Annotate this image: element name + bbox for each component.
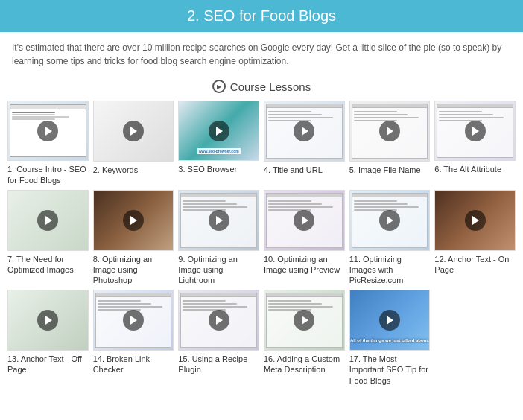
lesson-thumbnail-14 xyxy=(93,290,174,351)
play-button-11[interactable] xyxy=(379,210,400,231)
lesson-thumbnail-5 xyxy=(349,101,431,162)
lesson-thumbnail-3: www.seo-browser.com xyxy=(178,101,259,161)
lesson-item[interactable]: All of the things we just talked about.1… xyxy=(349,290,431,385)
lesson-thumbnail-17: All of the things we just talked about. xyxy=(349,290,431,351)
lesson-thumbnail-10 xyxy=(264,190,345,251)
play-button-10[interactable] xyxy=(294,210,314,231)
play-button-8[interactable] xyxy=(123,210,144,231)
lesson-item[interactable]: 9. Optimizing an Image using Lightroom xyxy=(178,190,259,285)
lesson-label-14: 14. Broken Link Checker xyxy=(93,354,174,375)
lesson-label-17: 17. The Most Important SEO Tip for Food … xyxy=(349,354,431,386)
play-button-1[interactable] xyxy=(37,121,58,141)
course-lessons-icon: ▶ xyxy=(212,80,226,93)
lesson-label-8: 8. Optimizing an Image using Photoshop xyxy=(93,254,174,286)
lesson-label-12: 12. Anchor Text - On Page xyxy=(434,254,516,276)
lessons-grid: 1. Course Intro - SEO for Food Blogs2. K… xyxy=(0,101,523,398)
lesson-item[interactable]: 6. The Alt Attribute xyxy=(434,101,516,185)
lesson-thumbnail-2 xyxy=(93,101,174,162)
lesson-thumbnail-15 xyxy=(178,290,259,350)
play-button-3[interactable] xyxy=(209,121,229,141)
page-title: 2. SEO for Food Blogs xyxy=(0,0,523,32)
lesson-label-5: 5. Image File Name xyxy=(349,165,421,175)
lesson-thumbnail-8 xyxy=(93,190,174,251)
play-button-13[interactable] xyxy=(37,310,58,331)
lesson-label-2: 2. Keywords xyxy=(93,165,139,175)
lesson-item[interactable]: 1. Course Intro - SEO for Food Blogs xyxy=(7,101,89,185)
play-button-14[interactable] xyxy=(123,310,144,331)
lesson-thumbnail-11 xyxy=(349,190,431,251)
play-button-2[interactable] xyxy=(123,121,144,141)
play-button-6[interactable] xyxy=(465,121,486,141)
lesson-label-6: 6. The Alt Attribute xyxy=(434,164,501,174)
lesson-thumbnail-1 xyxy=(7,101,89,161)
lesson-item[interactable]: 12. Anchor Text - On Page xyxy=(434,190,516,285)
lesson-item[interactable]: 2. Keywords xyxy=(93,101,174,185)
lesson-label-3: 3. SEO Browser xyxy=(178,164,237,174)
lesson-thumbnail-9 xyxy=(178,190,259,250)
play-button-4[interactable] xyxy=(294,121,314,141)
lesson-item[interactable]: 16. Adding a Custom Meta Description xyxy=(264,290,345,385)
lesson-label-16: 16. Adding a Custom Meta Description xyxy=(264,354,345,375)
lesson-label-13: 13. Anchor Text - Off Page xyxy=(7,354,89,375)
lesson-item[interactable]: 11. Optimizing Images with PicResize.com xyxy=(349,190,431,285)
lesson-label-1: 1. Course Intro - SEO for Food Blogs xyxy=(7,164,89,185)
lesson-item[interactable]: 4. Title and URL xyxy=(264,101,345,185)
lesson-item[interactable]: 14. Broken Link Checker xyxy=(93,290,174,385)
course-lessons-label: Course Lessons xyxy=(230,80,311,93)
play-button-7[interactable] xyxy=(37,210,58,231)
lesson-label-7: 7. The Need for Optimized Images xyxy=(7,254,89,276)
lesson-label-4: 4. Title and URL xyxy=(264,165,323,175)
lesson-thumbnail-13 xyxy=(7,290,89,350)
lesson-thumbnail-12 xyxy=(434,190,516,250)
lesson-item[interactable]: www.seo-browser.com3. SEO Browser xyxy=(178,101,259,185)
lesson-label-10: 10. Optimizing an Image using Preview xyxy=(264,254,345,276)
lesson-item[interactable]: 8. Optimizing an Image using Photoshop xyxy=(93,190,174,285)
lesson-item[interactable]: 13. Anchor Text - Off Page xyxy=(7,290,89,385)
page-description: It's estimated that there are over 10 mi… xyxy=(0,32,523,77)
lesson-label-15: 15. Using a Recipe Plugin xyxy=(178,354,259,375)
lesson-label-9: 9. Optimizing an Image using Lightroom xyxy=(178,254,259,286)
play-button-5[interactable] xyxy=(379,121,400,141)
lesson-thumbnail-7 xyxy=(7,190,89,250)
lesson-item[interactable]: 15. Using a Recipe Plugin xyxy=(178,290,259,385)
play-button-9[interactable] xyxy=(209,210,229,231)
lesson-thumbnail-16 xyxy=(264,290,345,351)
lesson-label-11: 11. Optimizing Images with PicResize.com xyxy=(349,254,431,286)
play-button-17[interactable] xyxy=(379,310,400,331)
lesson-item[interactable]: 10. Optimizing an Image using Preview xyxy=(264,190,345,285)
play-button-12[interactable] xyxy=(465,210,486,231)
course-lessons-header: ▶ Course Lessons xyxy=(0,80,523,93)
lesson-item[interactable]: 7. The Need for Optimized Images xyxy=(7,190,89,285)
play-button-15[interactable] xyxy=(209,310,229,331)
lesson-thumbnail-6 xyxy=(434,101,516,161)
lesson-item[interactable]: 5. Image File Name xyxy=(349,101,431,185)
lesson-thumbnail-4 xyxy=(264,101,345,162)
